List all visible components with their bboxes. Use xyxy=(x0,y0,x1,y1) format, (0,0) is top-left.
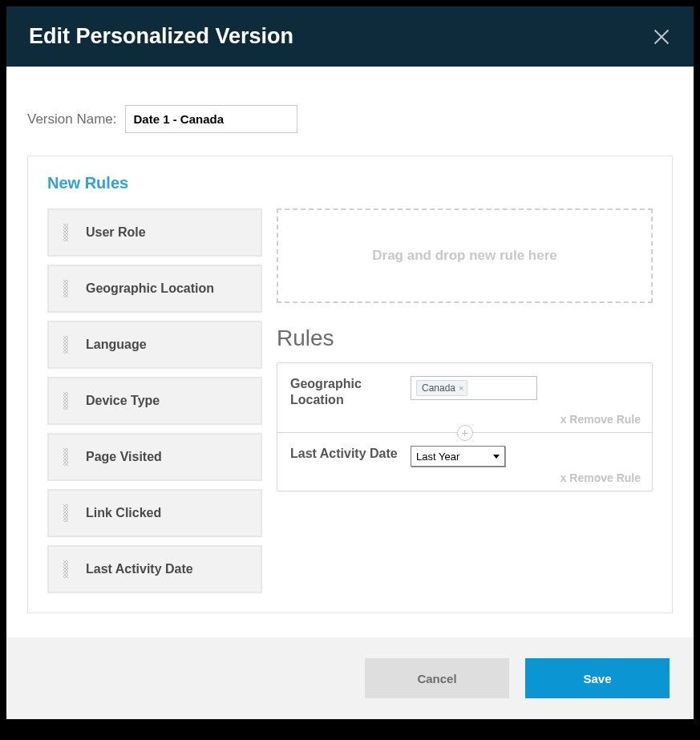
rule-chip-label: Link Clicked xyxy=(86,506,161,520)
drag-handle-icon xyxy=(63,224,68,241)
close-icon[interactable] xyxy=(652,27,671,47)
rule-chip-label: Device Type xyxy=(86,394,160,408)
cancel-button[interactable]: Cancel xyxy=(365,658,509,698)
rule-chip-label: User Role xyxy=(86,225,146,240)
drag-handle-icon xyxy=(63,504,68,522)
version-name-input[interactable] xyxy=(125,105,297,133)
rule-chip-link-clicked[interactable]: Link Clicked xyxy=(47,489,262,537)
applied-rule-geographic-location: Geographic Location Canada × x Remove Ru… xyxy=(277,363,652,432)
modal-header: Edit Personalized Version xyxy=(6,6,694,67)
remove-rule-link[interactable]: x Remove Rule xyxy=(560,413,641,426)
rule-chip-label: Geographic Location xyxy=(86,281,214,296)
add-rule-joiner-icon[interactable]: + xyxy=(457,425,473,441)
tag-remove-icon[interactable]: × xyxy=(459,383,463,393)
rule-chip-label: Language xyxy=(86,338,147,352)
applied-rules-list: Geographic Location Canada × x Remove Ru… xyxy=(277,362,653,491)
drag-handle-icon xyxy=(63,448,68,466)
rule-chip-user-role[interactable]: User Role xyxy=(47,208,262,257)
modal-footer: Cancel Save xyxy=(6,637,694,719)
modal-body: Version Name: New Rules User Role Geogra… xyxy=(6,67,694,637)
version-name-label: Version Name: xyxy=(27,111,117,127)
drag-handle-icon xyxy=(63,336,68,354)
rule-chip-language[interactable]: Language xyxy=(47,321,262,369)
rule-dropzone[interactable]: Drag and drop new rule here xyxy=(277,208,653,303)
save-button[interactable]: Save xyxy=(525,658,670,698)
rule-target: Drag and drop new rule here Rules Geogra… xyxy=(277,208,653,593)
applied-rules-heading: Rules xyxy=(277,326,653,351)
rules-layout: User Role Geographic Location Language D… xyxy=(47,208,653,593)
rule-chip-last-activity-date[interactable]: Last Activity Date xyxy=(47,545,262,593)
last-activity-date-select[interactable]: Last Year xyxy=(411,446,505,467)
rule-chip-label: Last Activity Date xyxy=(86,562,193,576)
rule-chip-page-visited[interactable]: Page Visited xyxy=(47,433,262,481)
new-rules-heading: New Rules xyxy=(47,174,653,192)
dropzone-text: Drag and drop new rule here xyxy=(372,248,557,264)
rule-chip-geographic-location[interactable]: Geographic Location xyxy=(47,265,262,313)
rule-chip-label: Page Visited xyxy=(86,450,162,464)
modal-title: Edit Personalized Version xyxy=(29,24,293,49)
applied-rule-name: Geographic Location xyxy=(290,376,411,408)
drag-handle-icon xyxy=(63,560,68,578)
edit-personalized-version-modal: Edit Personalized Version Version Name: … xyxy=(6,6,694,719)
chevron-down-icon xyxy=(493,455,500,459)
tag-canada: Canada × xyxy=(416,380,467,396)
available-rules-list: User Role Geographic Location Language D… xyxy=(47,208,262,593)
tag-label: Canada xyxy=(422,382,455,394)
rules-panel: New Rules User Role Geographic Location … xyxy=(27,156,673,613)
drag-handle-icon xyxy=(63,392,68,410)
rule-chip-device-type[interactable]: Device Type xyxy=(47,377,262,425)
version-name-row: Version Name: xyxy=(27,105,673,133)
remove-rule-link[interactable]: x Remove Rule xyxy=(560,471,641,484)
applied-rule-name: Last Activity Date xyxy=(290,446,411,462)
select-value: Last Year xyxy=(416,451,459,463)
drag-handle-icon xyxy=(63,280,68,297)
geographic-location-taginput[interactable]: Canada × xyxy=(411,376,537,400)
